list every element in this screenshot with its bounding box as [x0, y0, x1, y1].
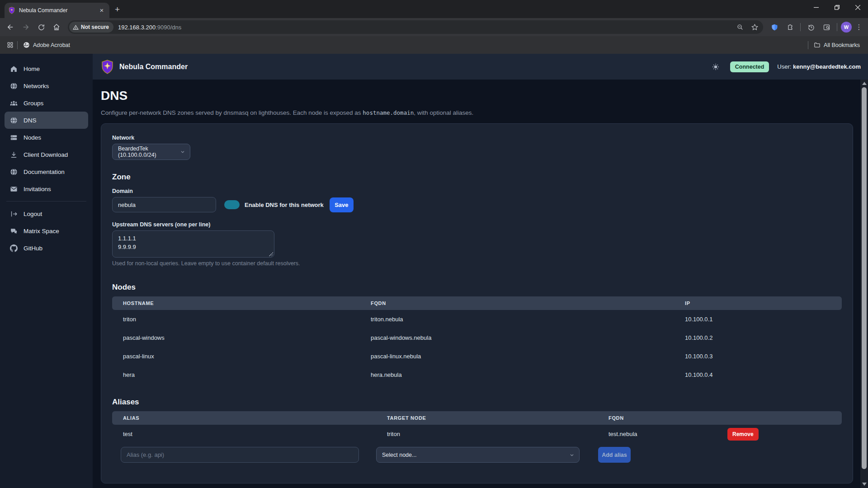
main-content: DNS Configure per-network DNS zones serv… — [93, 80, 868, 488]
save-button[interactable]: Save — [330, 197, 354, 212]
target-node-select[interactable]: Select node... — [376, 447, 580, 463]
sidebar-item-nodes[interactable]: Nodes — [5, 129, 88, 146]
app-title: Nebula Commander — [119, 63, 188, 71]
page-scrollbar[interactable] — [860, 80, 868, 488]
back-icon[interactable] — [4, 20, 17, 34]
sidebar-item-networks[interactable]: Networks — [5, 77, 88, 94]
zoom-icon[interactable] — [733, 20, 747, 34]
download-icon — [10, 151, 18, 159]
domain-input[interactable] — [112, 197, 216, 212]
scrollbar-thumb[interactable] — [862, 87, 867, 469]
window-close-icon[interactable] — [847, 0, 868, 14]
sidebar-item-documentation[interactable]: Documentation — [5, 163, 88, 180]
app-header: Nebula Commander Connected User: kenny@b… — [93, 54, 868, 80]
enable-dns-label: Enable DNS for this network — [245, 202, 324, 208]
sidebar-divider — [6, 201, 86, 202]
aliases-heading: Aliases — [112, 398, 842, 407]
url-host: 192.168.3.200 — [118, 24, 156, 31]
bookmark-adobe-acrobat[interactable]: Adobe Acrobat — [19, 40, 74, 50]
reload-icon[interactable] — [34, 20, 48, 34]
nodes-heading: Nodes — [112, 283, 842, 292]
all-bookmarks-button[interactable]: All Bookmarks — [810, 40, 863, 50]
scroll-up-icon[interactable] — [862, 82, 867, 85]
url-text[interactable]: 192.168.3.200:9090/dns — [118, 24, 733, 31]
aliases-table-header: ALIAS TARGET NODE FQDN — [112, 411, 842, 425]
aliases-table: ALIAS TARGET NODE FQDN test triton test.… — [112, 411, 842, 443]
status-badge: Connected — [730, 61, 769, 72]
sidebar-item-groups[interactable]: Groups — [5, 94, 88, 112]
tab-close-icon[interactable]: × — [98, 6, 106, 14]
scroll-down-icon[interactable] — [862, 483, 867, 486]
browser-menu-icon[interactable]: ⋮ — [854, 23, 864, 31]
upstream-label: Upstream DNS servers (one per line) — [112, 221, 842, 228]
globe-icon — [10, 82, 18, 90]
not-secure-chip[interactable]: Not secure — [69, 22, 113, 33]
network-select[interactable]: BeardedTek (10.100.0.0/24) — [112, 144, 190, 160]
remove-alias-button[interactable]: Remove — [727, 428, 759, 441]
sidebar-item-github[interactable]: GitHub — [5, 239, 88, 257]
folder-icon — [814, 42, 821, 48]
tab-groups-grid-icon[interactable] — [5, 40, 15, 51]
server-icon — [10, 134, 18, 141]
enable-dns-toggle[interactable] — [224, 200, 240, 209]
app-page: Home Networks Groups DNS Nodes Client Do… — [0, 54, 868, 488]
upstream-textarea[interactable]: 1.1.1.1 9.9.9.9 — [112, 230, 274, 258]
table-row: test triton test.nebula Remove — [112, 425, 842, 443]
add-alias-button[interactable]: Add alias — [598, 447, 631, 463]
sidebar: Home Networks Groups DNS Nodes Client Do… — [0, 54, 93, 488]
browser-toolbar: Not secure 192.168.3.200:9090/dns W ⋮ — [0, 18, 868, 36]
browser-tab-strip: Nebula Commander × + — [0, 0, 868, 18]
toolbar-separator — [800, 23, 801, 31]
address-bar[interactable]: Not secure 192.168.3.200:9090/dns — [68, 20, 763, 34]
sidebar-item-home[interactable]: Home — [5, 60, 88, 77]
url-path: :9090/dns — [156, 24, 181, 31]
browser-tab[interactable]: Nebula Commander × — [5, 3, 109, 18]
bookmarks-separator — [17, 41, 18, 49]
sidebar-item-client-download[interactable]: Client Download — [5, 146, 88, 163]
logout-icon — [10, 210, 18, 218]
table-row: tritontriton.nebula10.100.0.1 — [112, 310, 842, 328]
sidebar-item-logout[interactable]: Logout — [5, 205, 88, 222]
table-row: pascal-linuxpascal-linux.nebula10.100.0.… — [112, 347, 842, 366]
user-info: User: kenny@beardedtek.com — [777, 63, 861, 70]
mail-icon — [10, 185, 18, 193]
domain-label: Domain — [112, 188, 842, 194]
nodes-table: HOSTNAME FQDN IP tritontriton.nebula10.1… — [112, 296, 842, 384]
nodes-table-header: HOSTNAME FQDN IP — [112, 296, 842, 310]
table-row: herahera.nebula10.100.0.4 — [112, 366, 842, 384]
sidebar-item-invitations[interactable]: Invitations — [5, 180, 88, 197]
sidebar-item-dns[interactable]: DNS — [5, 112, 88, 129]
window-restore-icon[interactable] — [826, 0, 847, 14]
bookmarks-separator — [808, 41, 808, 49]
bookmark-star-icon[interactable] — [748, 20, 761, 34]
globe-icon — [10, 168, 18, 176]
table-row: pascal-windowspascal-windows.nebula10.10… — [112, 328, 842, 347]
side-panel-icon[interactable] — [820, 20, 833, 34]
page-title: DNS — [101, 89, 853, 103]
forward-icon[interactable] — [19, 20, 33, 34]
toolbar-separator — [837, 23, 837, 31]
warning-icon — [73, 24, 79, 30]
globe-icon — [10, 117, 18, 124]
favicon-shield-icon — [8, 7, 15, 14]
alias-input[interactable] — [121, 447, 359, 463]
page-description: Configure per-network DNS zones served b… — [101, 109, 853, 116]
new-tab-icon[interactable]: + — [115, 5, 120, 14]
bookmarks-bar: Adobe Acrobat All Bookmarks — [0, 36, 868, 54]
inline-code: hostname.domain — [363, 109, 414, 116]
tab-title: Nebula Commander — [19, 7, 94, 14]
home-icon[interactable] — [50, 20, 63, 34]
theme-sun-icon[interactable] — [712, 63, 719, 70]
window-controls — [806, 0, 868, 14]
adblock-shield-icon[interactable] — [768, 20, 781, 34]
history-icon[interactable] — [804, 20, 818, 34]
sidebar-item-matrix-space[interactable]: Matrix Space — [5, 222, 88, 239]
extensions-puzzle-icon[interactable] — [783, 20, 797, 34]
home-icon — [10, 65, 18, 73]
window-minimize-icon[interactable] — [806, 0, 826, 14]
profile-avatar[interactable]: W — [841, 22, 852, 33]
zone-heading: Zone — [112, 173, 842, 182]
chevron-down-icon — [569, 452, 575, 458]
add-alias-row: Select node... Add alias — [112, 447, 842, 463]
dns-card: Network BeardedTek (10.100.0.0/24) Zone … — [101, 123, 853, 483]
